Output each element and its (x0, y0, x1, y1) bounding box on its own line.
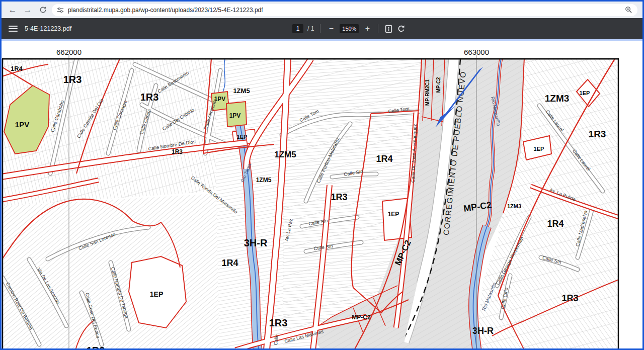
zone-label: 1EP (150, 290, 163, 298)
browser-window: ← → plandistrital2.mupa.gob.pa/wp-conten… (0, 0, 644, 350)
zone-label: 1R3 (331, 192, 347, 202)
pdf-filename: 5-4E-121223.pdf (25, 25, 71, 32)
zone-label: 1R4 (11, 65, 23, 72)
zone-label: 1R3 (269, 317, 288, 328)
zone-label: 1R4 (547, 219, 564, 229)
zone-label: 1ZM8 (449, 347, 467, 348)
zone-label: 1R3 (589, 129, 606, 139)
zone-label: 1ZM3 (507, 203, 521, 209)
page-total-label: / 1 (307, 25, 314, 32)
toolbar-divider (378, 24, 378, 33)
page-number-input[interactable]: 1 (292, 24, 303, 33)
street-label: Calle (273, 334, 279, 345)
toolbar-divider (320, 24, 320, 33)
zone-label: 1R3 (87, 345, 105, 348)
zoom-magnifier-icon[interactable] (625, 6, 632, 14)
rotate-button[interactable] (397, 25, 406, 33)
zone-label: MP-C2 (352, 314, 371, 321)
pdf-menu-icon[interactable] (9, 26, 18, 32)
zone-label: 1R3 (172, 148, 183, 155)
zone-label: 1PV (229, 112, 241, 119)
address-bar[interactable]: plandistrital2.mupa.gob.pa/wp-content/up… (52, 4, 637, 16)
zone-label: 1ZM5 (256, 177, 272, 184)
zone-label: 1EP (534, 146, 544, 152)
zone-label: 1R3 (140, 92, 159, 103)
fit-to-page-button[interactable] (384, 25, 393, 33)
zoom-level-input[interactable]: 150% (340, 24, 359, 33)
zone-label: 1R4 (221, 258, 238, 268)
zoning-map-canvas[interactable]: 1R4 1R3 1R3 1PV 1R3 1ZM5 1PV 1PV 1EP 1ZM… (2, 41, 642, 348)
zone-label: 3H-R (472, 326, 494, 336)
zone-label: 1R3 (561, 293, 578, 303)
reload-icon (39, 6, 47, 14)
reload-button[interactable] (37, 4, 49, 16)
utm-coordinate-label: 662000 (56, 48, 82, 56)
browser-toolbar: ← → plandistrital2.mupa.gob.pa/wp-conten… (2, 2, 642, 18)
pdf-page-viewport: 1R4 1R3 1R3 1PV 1R3 1ZM5 1PV 1PV 1EP 1ZM… (2, 41, 642, 348)
back-button[interactable]: ← (7, 4, 19, 16)
site-info-icon[interactable] (57, 7, 64, 14)
zone-label: 1ZM5 (233, 87, 250, 95)
zone-label: 1R4 (376, 154, 392, 164)
forward-button[interactable]: → (22, 4, 34, 16)
pdf-controls: 1 / 1 − 150% + (292, 18, 406, 39)
zone-label: 1EP (388, 211, 399, 218)
zone-label: 1EP (580, 90, 590, 96)
zone-label: 1R3 (63, 74, 82, 85)
utm-coordinate-label: 663000 (464, 48, 489, 56)
zone-label: 3H-R (244, 237, 268, 248)
zone-label: 1ZM5 (274, 150, 296, 159)
zone-label: 1EP (237, 134, 248, 140)
zone-label: MP-RM2C1 (425, 79, 430, 106)
url-text[interactable]: plandistrital2.mupa.gob.pa/wp-content/up… (68, 7, 263, 14)
pdf-toolbar: 5-4E-121223.pdf 1 / 1 − 150% + (2, 18, 642, 39)
zone-label: 1PV (15, 120, 29, 129)
zoom-out-button[interactable]: − (327, 24, 336, 33)
zoom-in-button[interactable]: + (363, 24, 372, 33)
map-content: 1R4 1R3 1R3 1PV 1R3 1ZM5 1PV 1PV 1EP 1ZM… (2, 59, 619, 348)
zone-label: MP-C2 (436, 77, 441, 93)
zone-label: 1ZM3 (545, 93, 570, 104)
